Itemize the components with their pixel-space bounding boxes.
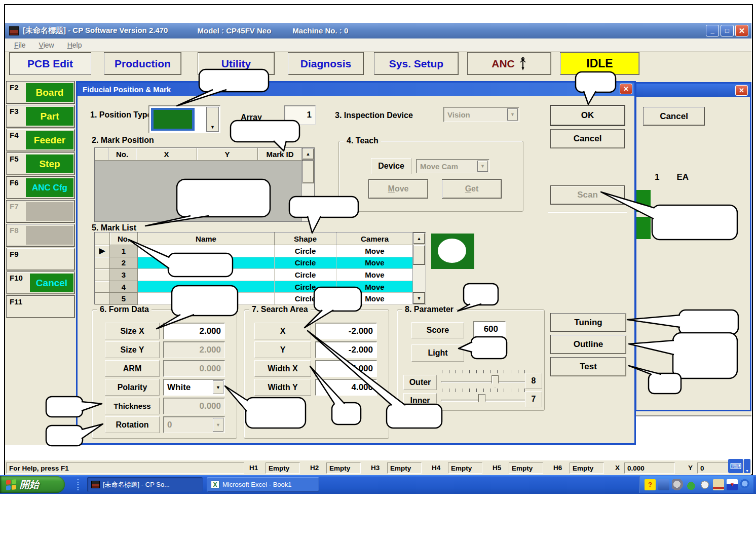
dialog-close-icon[interactable]: ✕ (620, 84, 632, 94)
mouse-tray-icon[interactable] (697, 477, 713, 492)
chevron-down-icon[interactable]: ▼ (213, 380, 223, 394)
language-keyboard-icon[interactable]: ⌨ (728, 459, 743, 473)
windows-logo-icon (6, 479, 16, 490)
table-row[interactable]: 4 Circle Move (95, 281, 426, 293)
cancel-button[interactable]: Cancel (550, 129, 625, 148)
array-label: Array (241, 113, 262, 122)
polarity-combo[interactable]: White ▼ (163, 379, 225, 396)
monitor-tray-icon[interactable] (713, 479, 724, 490)
sidebar-item-step[interactable]: F5Step (6, 152, 75, 175)
tab-pcb-edit[interactable]: PCB Edit (9, 52, 91, 75)
sidebar-item-part[interactable]: F3Part (6, 105, 75, 128)
sidebar-item-f9[interactable]: F9 (6, 248, 75, 270)
volume-tray-icon[interactable] (672, 479, 683, 490)
start-button[interactable]: 開始 (0, 476, 65, 493)
ime-flag-tray-icon[interactable]: ▼ (727, 479, 738, 490)
minimize-button[interactable]: _ (706, 25, 719, 36)
table-row[interactable]: 5 Circle Move (95, 293, 426, 305)
test-button[interactable]: Test (550, 357, 626, 376)
sidebar-item-board[interactable]: F2Board (6, 81, 75, 104)
search-x-label: X (254, 323, 311, 339)
tab-diagnosis[interactable]: Diagnosis (288, 52, 364, 75)
tuning-button[interactable]: Tuning (550, 313, 626, 332)
dialog-title: Fiducial Position & Mark (83, 85, 171, 94)
status-help: For Help, press F1 (6, 462, 244, 474)
ok-button[interactable]: OK (550, 105, 625, 126)
maximize-button[interactable]: □ (721, 25, 734, 36)
mark-position-scrollbar[interactable]: ▲ (301, 148, 314, 221)
table-row[interactable]: 3 Circle Move (95, 269, 426, 281)
size-y-label: Size Y (105, 341, 160, 358)
sidebar-item-f7: F7 (6, 200, 75, 223)
inner-slider-handle[interactable] (478, 394, 485, 406)
mark-position-table[interactable]: No. X Y Mark ID ▲ (94, 147, 315, 222)
mark-list-scrollbar[interactable]: ▲ ▼ (412, 233, 426, 304)
sidebar-item-feeder[interactable]: F4Feeder (6, 129, 75, 151)
device-tray-icon[interactable] (686, 479, 697, 490)
head-slot-value: Empty (266, 462, 300, 474)
scrollbar-thumb[interactable] (413, 245, 425, 265)
mark-list-table[interactable]: No. Name Shape Camera ▶ 1 Circle Move 2 … (94, 232, 426, 304)
light-button[interactable]: Light (411, 344, 464, 362)
size-x-field[interactable]: 2.000 (163, 323, 225, 339)
x-coord-value: 0.000 (624, 462, 675, 474)
score-field[interactable]: 600 (473, 321, 506, 337)
task-cp-software[interactable]: [未命名標題] - CP So... (87, 477, 203, 492)
inner-slider-ticks (442, 389, 525, 392)
network-tray-icon[interactable] (658, 479, 669, 490)
screen: [未命名標題] - CP Software Version 2.470 Mode… (0, 0, 756, 542)
app-titlebar: [未命名標題] - CP Software Version 2.470 Mode… (5, 23, 751, 38)
background-cancel-button[interactable]: Cancel (643, 107, 705, 126)
position-type-combo[interactable]: ▼ (148, 105, 220, 133)
background-window-titlebar: ✕ (636, 84, 750, 97)
close-button[interactable]: ✕ (735, 25, 748, 36)
width-x-field[interactable]: 4.000 (315, 360, 377, 377)
background-close-icon[interactable]: ✕ (735, 85, 748, 96)
mark-position-empty-body (95, 161, 301, 221)
app-model-label: Model : CP45FV Neo (197, 26, 271, 35)
tab-anc[interactable]: ANC (467, 52, 551, 75)
search-y-field[interactable]: -2.000 (315, 341, 377, 358)
outer-slider-handle[interactable] (492, 375, 499, 388)
thickness-label: Thickness (105, 398, 160, 414)
sidebar-item-anc-cfg[interactable]: F6ANC Cfg (6, 176, 75, 199)
scrollbar-thumb[interactable] (302, 160, 314, 183)
status-idle: IDLE (560, 52, 639, 75)
width-y-field[interactable]: 4.000 (315, 379, 377, 396)
scroll-up-icon[interactable]: ▲ (302, 148, 314, 160)
sidebar-item-f11[interactable]: F11 (6, 295, 75, 318)
parameter-group: 8. Parameter Score 600 Light Outer 8 Inn… (397, 309, 545, 411)
task-excel[interactable]: X Microsoft Excel - Book1 (207, 477, 319, 492)
excel-icon: X (211, 481, 219, 488)
mark-list-label: 5. Mark List (92, 223, 136, 233)
menu-view[interactable]: View (39, 41, 54, 49)
head-slot-label: H2 (310, 464, 319, 472)
search-x-field[interactable]: -2.000 (315, 323, 377, 339)
tab-sys-setup[interactable]: Sys. Setup (374, 52, 459, 75)
scroll-up-icon[interactable]: ▲ (413, 233, 425, 244)
outline-button[interactable]: Outline (550, 335, 626, 354)
tab-production[interactable]: Production (104, 52, 181, 75)
arm-field: 0.000 (163, 360, 225, 377)
green-swatch (154, 110, 192, 129)
head-slot-label: H6 (553, 464, 562, 472)
language-options-icon[interactable]: ▾ (744, 459, 750, 473)
help-tray-icon[interactable]: ? (645, 479, 656, 490)
menu-help[interactable]: Help (67, 41, 82, 49)
update-globe-tray-icon[interactable] (740, 479, 751, 490)
sidebar-item-cancel[interactable]: F10Cancel (6, 272, 75, 294)
table-row[interactable]: 2 Circle Move (95, 257, 426, 269)
scroll-down-icon[interactable]: ▼ (413, 292, 425, 304)
mark-preview (431, 234, 474, 269)
menu-file[interactable]: File (14, 41, 26, 49)
inner-label: Inner (403, 393, 437, 408)
outer-slider-track[interactable] (441, 381, 527, 383)
head-slot-value: Empty (448, 462, 482, 474)
table-row[interactable]: ▶ 1 Circle Move (95, 245, 426, 257)
chevron-down-icon[interactable]: ▼ (206, 107, 219, 132)
divider (548, 212, 627, 213)
tab-utility[interactable]: Utility (198, 52, 275, 75)
width-y-label: Width Y (254, 379, 311, 396)
head-slot-value: Empty (570, 462, 604, 474)
mark-position-label: 2. Mark Position (92, 136, 154, 145)
